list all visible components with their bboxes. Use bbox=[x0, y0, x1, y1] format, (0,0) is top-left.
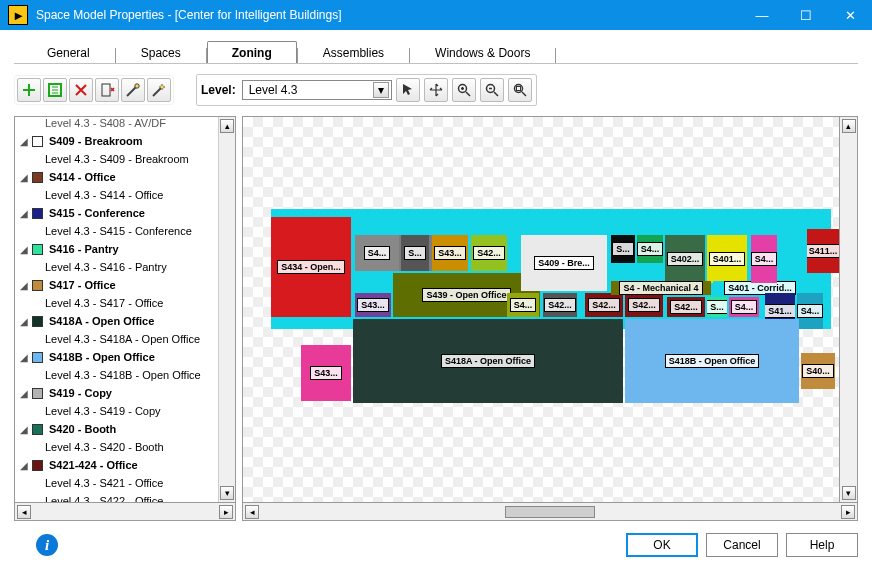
minimize-button[interactable]: — bbox=[740, 0, 784, 30]
maximize-button[interactable]: ☐ bbox=[784, 0, 828, 30]
zone-s418b[interactable]: S418B - Open Office bbox=[625, 319, 799, 403]
select-tool-button[interactable] bbox=[396, 78, 420, 102]
zone-s-dot[interactable]: S... bbox=[401, 235, 429, 271]
svg-rect-6 bbox=[516, 87, 520, 91]
tab-general[interactable]: General bbox=[22, 41, 115, 64]
zone-s402[interactable]: S402... bbox=[665, 235, 705, 283]
zone-mech[interactable]: S4 - Mechanical 4 bbox=[611, 281, 711, 295]
scroll-right-icon: ▸ bbox=[219, 505, 233, 519]
zone-s401a[interactable]: S401... bbox=[707, 235, 747, 283]
zone-s4g[interactable]: S4... bbox=[637, 235, 663, 263]
tree-parent[interactable]: ◢S421-424 - Office bbox=[17, 456, 233, 474]
tab-assemblies[interactable]: Assemblies bbox=[298, 41, 409, 64]
tree-parent[interactable]: ◢S415 - Conference bbox=[17, 204, 233, 222]
tree-child[interactable]: Level 4.3 - S422 - Office bbox=[17, 492, 233, 503]
svg-point-2 bbox=[135, 84, 139, 88]
delete-zone-button[interactable] bbox=[69, 78, 93, 102]
zone-s42c[interactable]: S42... bbox=[585, 293, 623, 317]
zone-s4a[interactable]: S4... bbox=[355, 235, 399, 271]
svg-rect-1 bbox=[102, 84, 110, 96]
tree-child[interactable]: Level 4.3 - S418A - Open Office bbox=[17, 330, 233, 348]
tree-hscrollbar[interactable]: ◂ ▸ bbox=[14, 503, 236, 521]
zone-s418a[interactable]: S418A - Open Office bbox=[353, 319, 623, 403]
zoom-out-button[interactable] bbox=[480, 78, 504, 102]
tree-parent[interactable]: ◢S414 - Office bbox=[17, 168, 233, 186]
window-title: Space Model Properties - [Center for Int… bbox=[36, 8, 740, 22]
tree-child[interactable]: Level 4.3 - S420 - Booth bbox=[17, 438, 233, 456]
level-combobox[interactable]: Level 4.3 ▾ bbox=[242, 80, 392, 100]
tree-parent[interactable]: ◢S416 - Pantry bbox=[17, 240, 233, 258]
tree-parent[interactable]: ◢S417 - Office bbox=[17, 276, 233, 294]
canvas-toolbar: Level: Level 4.3 ▾ bbox=[196, 74, 537, 106]
tree-child[interactable]: Level 4.3 - S416 - Pantry bbox=[17, 258, 233, 276]
level-value: Level 4.3 bbox=[249, 83, 298, 97]
zone-s42a[interactable]: S42... bbox=[471, 235, 507, 271]
zone-sdot2[interactable]: S... bbox=[707, 297, 727, 317]
zone-s4m[interactable]: S4... bbox=[729, 297, 759, 317]
zoom-fit-button[interactable] bbox=[508, 78, 532, 102]
tree-child[interactable]: Level 4.3 - S421 - Office bbox=[17, 474, 233, 492]
close-button[interactable]: ✕ bbox=[828, 0, 872, 30]
tab-zoning[interactable]: Zoning bbox=[207, 41, 297, 64]
zone-s4m2[interactable]: S4... bbox=[751, 235, 777, 283]
tree-child[interactable]: Level 4.3 - S415 - Conference bbox=[17, 222, 233, 240]
tree-child[interactable]: Level 4.3 - S414 - Office bbox=[17, 186, 233, 204]
zone-sblk[interactable]: S... bbox=[611, 235, 635, 263]
zone-s43b[interactable]: S43... bbox=[432, 235, 468, 271]
remove-page-button[interactable] bbox=[95, 78, 119, 102]
edit-zone-button[interactable] bbox=[43, 78, 67, 102]
add-zone-button[interactable] bbox=[17, 78, 41, 102]
tree-parent[interactable]: ◢S418A - Open Office bbox=[17, 312, 233, 330]
tree-parent[interactable]: ◢S419 - Copy bbox=[17, 384, 233, 402]
tab-strip: General Spaces Zoning Assemblies Windows… bbox=[14, 40, 858, 64]
wand-tool-button[interactable] bbox=[121, 78, 145, 102]
tree-parent[interactable]: ◢S418B - Open Office bbox=[17, 348, 233, 366]
zone-s43c[interactable]: S43... bbox=[355, 293, 391, 317]
zone-s40r[interactable]: S40... bbox=[801, 353, 835, 389]
info-icon[interactable]: i bbox=[36, 534, 58, 556]
tree-toolbar bbox=[14, 75, 174, 105]
ok-button[interactable]: OK bbox=[626, 533, 698, 557]
zone-tree[interactable]: ▴ ▾ Level 4.3 - S408 - AV/DF◢S409 - Brea… bbox=[14, 116, 236, 503]
tree-child[interactable]: Level 4.3 - S419 - Copy bbox=[17, 402, 233, 420]
zone-s42e[interactable]: S42... bbox=[667, 297, 705, 317]
chevron-down-icon: ▾ bbox=[373, 82, 389, 98]
scroll-left-icon: ◂ bbox=[17, 505, 31, 519]
zone-s42d[interactable]: S42... bbox=[625, 293, 663, 317]
canvas-hscrollbar[interactable]: ◂ ▸ bbox=[242, 503, 858, 521]
help-button[interactable]: Help bbox=[786, 533, 858, 557]
tree-parent[interactable]: ◢S420 - Booth bbox=[17, 420, 233, 438]
zone-s409[interactable]: S409 - Bre... bbox=[521, 235, 607, 291]
tree-child[interactable]: Level 4.3 - S409 - Breakroom bbox=[17, 150, 233, 168]
zone-s411[interactable]: S411... bbox=[807, 229, 839, 273]
zoom-in-button[interactable] bbox=[452, 78, 476, 102]
tab-windows-doors[interactable]: Windows & Doors bbox=[410, 41, 555, 64]
zoning-canvas[interactable]: S434 - Open...S43...S4...S...S43...S42..… bbox=[242, 116, 840, 503]
scroll-down-icon: ▾ bbox=[842, 486, 856, 500]
wand-sparkle-button[interactable] bbox=[147, 78, 171, 102]
titlebar: ▸ Space Model Properties - [Center for I… bbox=[0, 0, 872, 30]
scroll-up-icon: ▴ bbox=[842, 119, 856, 133]
tree-parent[interactable]: ◢S409 - Breakroom bbox=[17, 132, 233, 150]
svg-point-5 bbox=[514, 85, 522, 93]
pan-tool-button[interactable] bbox=[424, 78, 448, 102]
canvas-vscrollbar[interactable]: ▴ ▾ bbox=[840, 116, 858, 503]
cancel-button[interactable]: Cancel bbox=[706, 533, 778, 557]
zone-s4y[interactable]: S4... bbox=[797, 293, 823, 329]
zone-s43a[interactable]: S43... bbox=[301, 345, 351, 401]
zone-s42b[interactable]: S42... bbox=[543, 293, 577, 317]
level-label: Level: bbox=[201, 83, 238, 97]
app-icon: ▸ bbox=[8, 5, 28, 25]
tree-child[interactable]: Level 4.3 - S417 - Office bbox=[17, 294, 233, 312]
zone-s4b[interactable]: S4... bbox=[507, 293, 539, 317]
tree-child[interactable]: Level 4.3 - S418B - Open Office bbox=[17, 366, 233, 384]
tab-spaces[interactable]: Spaces bbox=[116, 41, 206, 64]
zone-s434[interactable]: S434 - Open... bbox=[271, 217, 351, 317]
